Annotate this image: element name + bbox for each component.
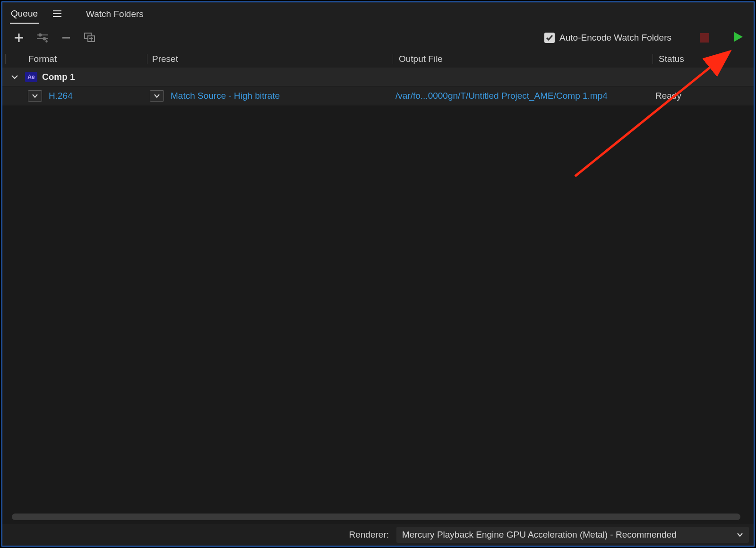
output-cell: /var/fo...0000gn/T/Untitled Project_AME/… [395,91,655,101]
svg-point-8 [43,38,46,40]
renderer-label: Renderer: [349,530,389,540]
queue-body: Ae Comp 1 H.264 Match Source - High bitr… [2,68,754,524]
remove-button[interactable] [60,32,72,44]
chevron-down-icon[interactable] [9,71,20,83]
preset-value[interactable]: Match Source - High bitrate [171,91,280,101]
header-status[interactable]: Status [653,54,754,64]
header-output[interactable]: Output File [393,54,653,64]
status-value: Ready [655,91,681,101]
stop-queue-button[interactable] [700,33,709,43]
output-path[interactable]: /var/fo...0000gn/T/Untitled Project_AME/… [395,91,608,101]
toolbar-left [13,32,96,44]
renderer-value: Mercury Playback Engine GPU Acceleration… [402,530,677,540]
format-cell: H.264 [28,90,150,102]
auto-encode-checkbox[interactable]: Auto-Encode Watch Folders [544,33,671,43]
output-row[interactable]: H.264 Match Source - High bitrate /var/f… [2,86,754,105]
panel-menu-icon[interactable] [52,9,62,19]
toolbar: Auto-Encode Watch Folders [2,25,754,51]
auto-encode-label: Auto-Encode Watch Folders [559,33,671,43]
horizontal-scrollbar[interactable] [12,514,740,520]
app-window: Queue Watch Folders Auto-Encode [1,1,755,547]
settings-sliders-icon[interactable] [36,32,49,44]
format-value[interactable]: H.264 [49,91,73,101]
svg-marker-16 [734,32,743,42]
footer-bar: Renderer: Mercury Playback Engine GPU Ac… [2,524,754,546]
checkbox-checked-icon [544,33,555,43]
svg-point-6 [39,34,42,36]
composition-title: Comp 1 [42,72,75,82]
chevron-down-icon [737,532,743,537]
preset-dropdown[interactable] [150,90,164,102]
renderer-dropdown[interactable]: Mercury Playback Engine GPU Acceleration… [396,527,749,543]
format-dropdown[interactable] [28,90,42,102]
column-headers: Format Preset Output File Status [2,51,754,68]
tab-bar: Queue Watch Folders [2,2,754,25]
start-queue-button[interactable] [734,32,743,44]
header-format[interactable]: Format [5,54,147,64]
duplicate-button[interactable] [84,32,96,44]
status-cell: Ready [655,91,754,101]
header-preset[interactable]: Preset [147,54,393,64]
add-source-button[interactable] [13,32,25,44]
tab-watch-folders[interactable]: Watch Folders [85,4,145,23]
preset-cell: Match Source - High bitrate [150,90,395,102]
tab-queue[interactable]: Queue [10,4,39,24]
ae-app-icon: Ae [25,72,37,82]
composition-row[interactable]: Ae Comp 1 [2,68,754,86]
